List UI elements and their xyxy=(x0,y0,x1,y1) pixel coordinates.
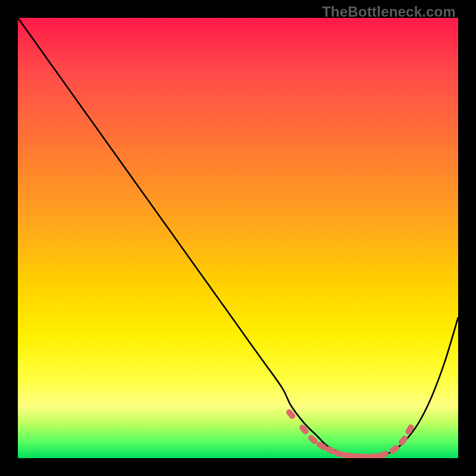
plot-gradient-background xyxy=(18,18,458,458)
watermark-text: TheBottleneck.com xyxy=(322,4,456,20)
